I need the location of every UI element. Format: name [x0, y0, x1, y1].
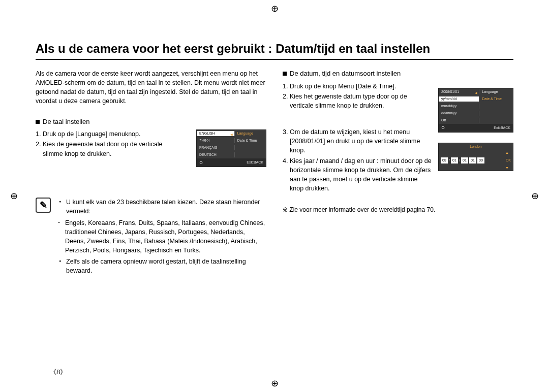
date-row-yymmdd: yy/mm/dd [439, 96, 479, 102]
page-number: 《8》 [50, 368, 67, 377]
lang-footer-exit: Exit:BACK [247, 160, 263, 165]
digit-year: 08 [441, 157, 448, 164]
date-row-date: 2008/01/01 [439, 89, 479, 94]
left-subhead: De taal instellen [36, 117, 266, 127]
note-icon: ✎ [36, 198, 51, 213]
date-row-ddmmyy: dd/mm/yy [439, 111, 479, 116]
footnote: Zie voor meer informatie over de wereldt… [283, 206, 513, 214]
lang-tab-language: Language [235, 131, 266, 136]
right-column: De datum, tijd en datumsoort instellen D… [283, 69, 513, 277]
note-languages-list: Engels, Koreaans, Frans, Duits, Spaans, … [61, 218, 266, 255]
registration-mark-top: ⊕ [271, 3, 279, 14]
registration-mark-bottom: ⊕ [271, 378, 279, 389]
date-tab-language: Language [479, 89, 513, 94]
left-column: Als de camera voor de eerste keer wordt … [36, 69, 266, 277]
date-tab-datetime: Date & Time [479, 96, 513, 102]
right-subhead: De datum, tijd en datumsoort instellen [283, 69, 513, 79]
time-ok: OK [506, 158, 511, 163]
digit-hour: 01 [469, 157, 476, 164]
time-set-screenshot: London ▲ 08 / 01 / 01 01 00 OK ▼ [438, 143, 513, 171]
right-steps-wrap: Druk op de knop Menu [Date & Time]. Kies… [283, 82, 513, 193]
lang-row-francais: FRANÇAIS [197, 145, 235, 150]
note-content: U kunt elk van de 23 beschikbare talen k… [56, 198, 266, 277]
page-title: Als u de camera voor het eerst gebruikt … [36, 42, 513, 60]
date-row-off: Off [439, 118, 479, 123]
lang-tab-datetime: Date & Time [235, 138, 266, 143]
digit-day: 01 [461, 157, 468, 164]
gear-icon [441, 125, 445, 131]
language-menu-screenshot: ENGLISH Language 한국어 Date & Time FRANÇAI… [196, 129, 266, 167]
time-city: London [439, 143, 513, 150]
lang-row-deutsch: DEUTSCH [197, 152, 235, 157]
left-steps-wrap: Druk op de [Language] menuknop. Kies de … [36, 129, 266, 185]
arrow-down-icon: ▼ [439, 166, 513, 171]
lang-row-english: ENGLISH [197, 131, 235, 136]
gear-icon [199, 160, 203, 166]
note-box: ✎ U kunt elk van de 23 beschikbare talen… [36, 198, 266, 277]
date-footer-exit: Exit:BACK [494, 125, 510, 130]
arrow-up-icon: ▲ [439, 150, 513, 155]
page-content: Als u de camera voor het eerst gebruikt … [36, 0, 513, 277]
digit-month: 01 [451, 157, 458, 164]
lang-row-korean: 한국어 [197, 138, 235, 143]
registration-mark-right: ⊕ [531, 190, 539, 202]
note-bullet-1: U kunt elk van de 23 beschikbare talen k… [61, 198, 266, 216]
note-bullet-2: Zelfs als de camera opnieuw wordt gestar… [61, 257, 266, 275]
intro-paragraph: Als de camera voor de eerste keer wordt … [36, 69, 266, 106]
registration-mark-left: ⊕ [10, 190, 18, 202]
date-row-mmddyy: mm/dd/yy [439, 104, 479, 109]
date-menu-screenshot: 2008/01/01 Language yy/mm/dd Date & Time… [438, 88, 513, 133]
digit-min: 00 [477, 157, 484, 164]
